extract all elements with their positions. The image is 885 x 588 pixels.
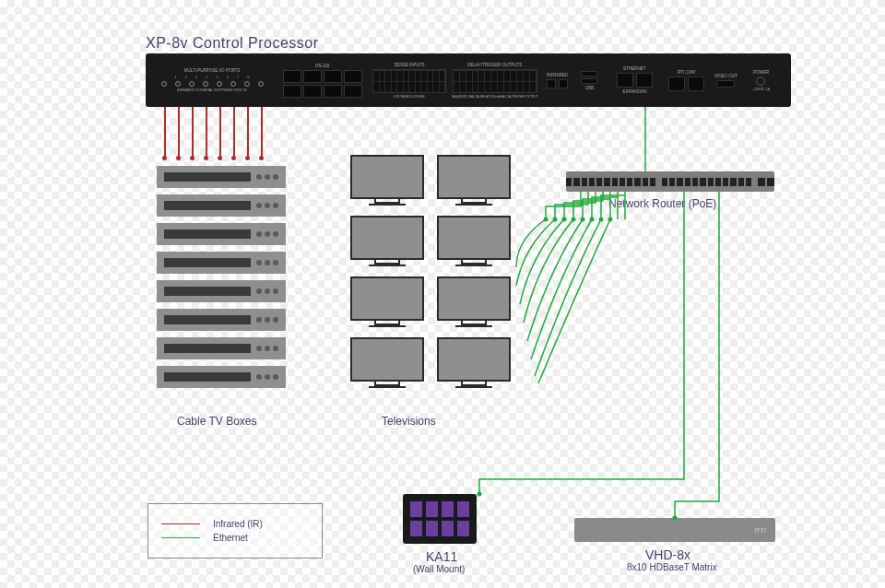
vhd-subtitle: 8x10 HDBaseT Matrix xyxy=(627,562,717,572)
svg-point-9 xyxy=(478,492,482,497)
ethernet-label: ETHERNET xyxy=(623,66,645,71)
cable-box xyxy=(157,280,286,302)
svg-point-1 xyxy=(544,218,549,222)
svg-point-3 xyxy=(562,218,567,222)
svg-point-4 xyxy=(572,218,576,222)
rs232-label: RS-232 xyxy=(315,64,329,68)
cable-box xyxy=(157,166,286,188)
usb-label: USB xyxy=(585,86,594,90)
cable-box xyxy=(157,309,286,331)
television xyxy=(348,216,426,273)
relay-label: RELAY/TRIGGER OUTPUTS xyxy=(467,63,522,67)
legend-label-ethernet: Ethernet xyxy=(213,533,248,543)
svg-point-6 xyxy=(590,218,595,222)
power-label: POWER xyxy=(753,70,769,75)
cable-box xyxy=(157,252,286,274)
io-sub-label: INFRARED OUTSERIAL OUTPOWER SYNC IN xyxy=(177,88,246,92)
ka11-subtitle: (Wall Mount) xyxy=(413,564,465,574)
televisions-label: Televisions xyxy=(382,415,436,428)
network-router xyxy=(566,171,774,192)
svg-point-5 xyxy=(581,218,585,222)
legend-line-infrared xyxy=(161,523,200,525)
ka11-wall-mount xyxy=(403,494,477,544)
vhd-title: VHD-8x xyxy=(645,547,690,562)
relay-sub-label: 3A@30VDC MAX 3A RELAY/150mA MAX 3A TRIGG… xyxy=(452,95,537,99)
cable-box xyxy=(157,223,286,245)
cable-box xyxy=(157,337,286,359)
cable-boxes-label: Cable TV Boxes xyxy=(177,415,257,428)
cable-tv-boxes xyxy=(157,166,286,388)
vhd-matrix: RTI xyxy=(574,518,775,542)
television xyxy=(435,155,513,212)
sense-sub-label: VOLTAGE/CLOSURE xyxy=(394,95,425,99)
rticom-label: RTI COM xyxy=(678,70,695,75)
televisions-grid xyxy=(348,155,513,394)
power-sub-label: +12VDC 1A xyxy=(752,88,770,91)
io-ports-label: MULTI-PURPOSE I/O PORTS xyxy=(184,68,241,73)
television xyxy=(348,155,426,212)
video-label: VIDEO OUT xyxy=(714,74,738,78)
ka11-title: KA11 xyxy=(426,549,457,564)
ir-label: INFRARED xyxy=(547,73,568,77)
diagram-title: XP-8v Control Processor xyxy=(146,35,319,52)
rs232-ports xyxy=(283,70,362,98)
cable-box xyxy=(157,194,286,217)
expansion-label: EXPANSION xyxy=(623,89,647,94)
sense-inputs xyxy=(372,69,446,93)
router-label: Network Router (PoE) xyxy=(608,197,716,210)
television xyxy=(435,276,513,334)
control-processor: MULTI-PURPOSE I/O PORTS 12345678 INFRARE… xyxy=(146,53,791,107)
svg-point-2 xyxy=(553,218,558,222)
infrared-wires xyxy=(160,107,271,162)
television xyxy=(348,337,426,394)
sense-label: SENSE INPUTS xyxy=(394,63,424,67)
television xyxy=(348,276,426,334)
io-ports-row xyxy=(161,81,264,87)
television xyxy=(435,337,513,394)
svg-point-7 xyxy=(599,218,604,222)
legend: Infrared (IR) Ethernet xyxy=(148,503,323,559)
legend-line-ethernet xyxy=(161,537,200,539)
relay-outputs xyxy=(453,69,537,93)
svg-point-8 xyxy=(608,218,613,222)
legend-label-infrared: Infrared (IR) xyxy=(213,519,263,529)
television xyxy=(435,216,513,273)
cable-box xyxy=(157,366,286,388)
ethernet-port xyxy=(617,73,633,88)
